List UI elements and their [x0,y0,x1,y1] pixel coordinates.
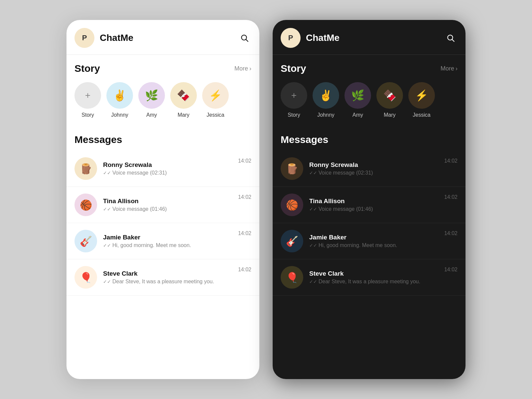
avatar-ronny-dark: 🪵 [281,157,303,180]
time-jamie-dark: 14:02 [444,230,458,236]
story-label-johnny-dark: Johnny [317,112,334,118]
story-more-dark[interactable]: More › [441,65,458,72]
story-circle-add-dark: + [281,82,307,109]
name-tina-dark: Tina Allison [309,198,438,205]
preview-steve-dark: ✓✓ Dear Steve, It was a pleasure meeting… [309,279,438,285]
phone-light: P ChatMe Story More › + Story ✌️ Johnny … [66,20,259,379]
content-ronny-dark: Ronny Screwala ✓✓ Voice message (02:31) [309,161,438,176]
story-section-header-dark: Story More › [273,55,466,79]
story-label-add-dark: Story [288,112,300,118]
story-item-amy-light[interactable]: 🌿 Amy [138,82,165,118]
story-circle-mary-light: 🍫 [170,82,197,109]
story-circle-amy-dark: 🌿 [344,82,371,109]
story-item-add-dark[interactable]: + Story [281,82,307,118]
search-button-light[interactable] [237,31,251,45]
check-ronny-dark: ✓✓ [309,170,317,176]
story-item-amy-dark[interactable]: 🌿 Amy [344,82,371,118]
preview-tina-light: ✓✓ Voice message (01:46) [103,206,232,212]
content-jamie-light: Jamie Baker ✓✓ Hi, good morning. Meet me… [103,234,232,248]
story-item-johnny-light[interactable]: ✌️ Johnny [106,82,133,118]
story-item-jessica-dark[interactable]: ⚡ Jessica [408,82,435,118]
stories-row-light: + Story ✌️ Johnny 🌿 Amy 🍫 Mary ⚡ Jessica [66,79,259,126]
message-tina-light[interactable]: 🏀 Tina Allison ✓✓ Voice message (01:46) … [66,187,259,223]
story-circle-jessica-dark: ⚡ [408,82,435,109]
message-ronny-dark[interactable]: 🪵 Ronny Screwala ✓✓ Voice message (02:31… [273,151,466,187]
message-steve-light[interactable]: 🎈 Steve Clark ✓✓ Dear Steve, It was a pl… [66,259,259,296]
content-tina-light: Tina Allison ✓✓ Voice message (01:46) [103,198,232,212]
user-avatar-dark[interactable]: P [281,28,301,48]
story-circle-johnny-light: ✌️ [106,82,133,109]
name-jamie-light: Jamie Baker [103,234,232,241]
avatar-steve-dark: 🎈 [281,266,303,289]
story-label-amy-dark: Amy [352,112,363,118]
story-circle-jessica-light: ⚡ [202,82,229,109]
content-steve-dark: Steve Clark ✓✓ Dear Steve, It was a plea… [309,270,438,285]
story-circle-add-light: + [74,82,101,109]
check-ronny-light: ✓✓ [103,170,111,176]
messages-title-light: Messages [74,134,122,145]
avatar-ronny-light: 🪵 [74,157,97,180]
messages-title-dark: Messages [281,134,328,145]
story-section-header-light: Story More › [66,55,259,79]
time-steve-light: 14:02 [238,266,251,273]
name-tina-light: Tina Allison [103,198,232,205]
message-jamie-light[interactable]: 🎸 Jamie Baker ✓✓ Hi, good morning. Meet … [66,223,259,259]
time-tina-light: 14:02 [238,194,251,200]
check-steve-light: ✓✓ [103,279,111,284]
preview-ronny-dark: ✓✓ Voice message (02:31) [309,170,438,176]
name-steve-dark: Steve Clark [309,270,438,277]
name-steve-light: Steve Clark [103,270,232,277]
content-steve-light: Steve Clark ✓✓ Dear Steve, It was a plea… [103,270,232,285]
check-tina-dark: ✓✓ [309,206,317,212]
check-steve-dark: ✓✓ [309,279,317,284]
preview-jamie-light: ✓✓ Hi, good morning. Meet me soon. [103,242,232,248]
story-item-jessica-light[interactable]: ⚡ Jessica [202,82,229,118]
story-item-mary-light[interactable]: 🍫 Mary [170,82,197,118]
svg-line-1 [246,40,248,42]
messages-section-header-dark: Messages [273,126,466,151]
story-label-jessica-dark: Jessica [413,112,430,118]
story-item-johnny-dark[interactable]: ✌️ Johnny [313,82,339,118]
story-label-add-light: Story [81,112,94,118]
preview-jamie-dark: ✓✓ Hi, good morning. Meet me soon. [309,242,438,248]
story-circle-amy-light: 🌿 [138,82,165,109]
story-circle-mary-dark: 🍫 [376,82,403,109]
name-ronny-light: Ronny Screwala [103,161,232,169]
app-title-dark: ChatMe [306,33,438,43]
story-title-dark: Story [281,63,306,74]
time-ronny-light: 14:02 [238,157,251,164]
check-jamie-dark: ✓✓ [309,243,317,248]
story-item-mary-dark[interactable]: 🍫 Mary [376,82,403,118]
time-steve-dark: 14:02 [444,266,458,273]
story-label-mary-dark: Mary [384,112,396,118]
svg-line-3 [452,40,454,42]
messages-section-header-light: Messages [66,126,259,151]
message-steve-dark[interactable]: 🎈 Steve Clark ✓✓ Dear Steve, It was a pl… [273,259,466,296]
user-avatar-light[interactable]: P [74,28,94,48]
time-tina-dark: 14:02 [444,194,458,200]
header-dark: P ChatMe [273,20,466,55]
messages-section-dark: 🪵 Ronny Screwala ✓✓ Voice message (02:31… [273,151,466,379]
preview-tina-dark: ✓✓ Voice message (01:46) [309,206,438,212]
story-more-light[interactable]: More › [234,65,251,72]
avatar-tina-light: 🏀 [74,194,97,216]
messages-list-light: 🪵 Ronny Screwala ✓✓ Voice message (02:31… [66,151,259,296]
messages-list-dark: 🪵 Ronny Screwala ✓✓ Voice message (02:31… [273,151,466,296]
check-tina-light: ✓✓ [103,206,111,212]
story-item-add-light[interactable]: + Story [74,82,101,118]
message-jamie-dark[interactable]: 🎸 Jamie Baker ✓✓ Hi, good morning. Meet … [273,223,466,259]
avatar-steve-light: 🎈 [74,266,97,289]
story-label-johnny-light: Johnny [111,112,128,118]
story-circle-johnny-dark: ✌️ [313,82,339,109]
phone-dark: P ChatMe Story More › + Story ✌️ Johnny … [273,20,466,379]
stories-row-dark: + Story ✌️ Johnny 🌿 Amy 🍫 Mary ⚡ Jessica [273,79,466,126]
message-tina-dark[interactable]: 🏀 Tina Allison ✓✓ Voice message (01:46) … [273,187,466,223]
time-jamie-light: 14:02 [238,230,251,236]
search-button-dark[interactable] [444,31,458,45]
messages-section-light: 🪵 Ronny Screwala ✓✓ Voice message (02:31… [66,151,259,379]
avatar-tina-dark: 🏀 [281,194,303,216]
story-label-mary-light: Mary [178,112,190,118]
check-jamie-light: ✓✓ [103,243,111,248]
message-ronny-light[interactable]: 🪵 Ronny Screwala ✓✓ Voice message (02:31… [66,151,259,187]
story-label-amy-light: Amy [146,112,157,118]
